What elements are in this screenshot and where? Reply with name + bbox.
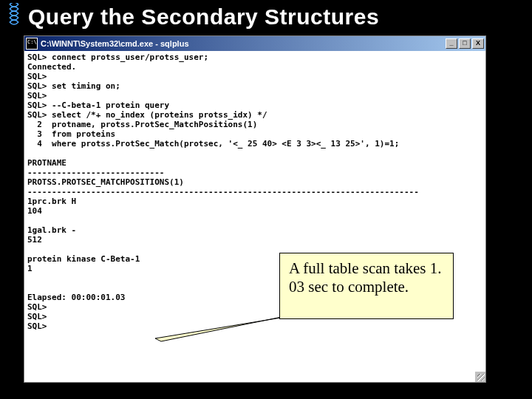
titlebar[interactable]: C:\WINNT\System32\cmd.exe - sqlplus _ □ … xyxy=(24,36,485,51)
cmd-window: C:\WINNT\System32\cmd.exe - sqlplus _ □ … xyxy=(24,35,486,383)
terminal-output[interactable]: SQL> connect protss_user/protss_user; Co… xyxy=(24,51,485,382)
slide-title: Query the Secondary Structures xyxy=(0,0,532,34)
resize-grip[interactable] xyxy=(475,372,485,382)
close-button[interactable]: X xyxy=(472,38,484,49)
slide-title-text: Query the Secondary Structures xyxy=(28,4,379,29)
dna-icon xyxy=(4,3,24,27)
window-title: C:\WINNT\System32\cmd.exe - sqlplus xyxy=(41,39,446,48)
minimize-button[interactable]: _ xyxy=(446,38,457,49)
window-controls: _ □ X xyxy=(446,38,484,49)
maximize-button[interactable]: □ xyxy=(459,38,471,49)
annotation-text: A full table scan takes 1. 03 sec to com… xyxy=(289,259,441,296)
cmd-icon xyxy=(26,38,38,50)
annotation-callout: A full table scan takes 1. 03 sec to com… xyxy=(279,253,454,319)
